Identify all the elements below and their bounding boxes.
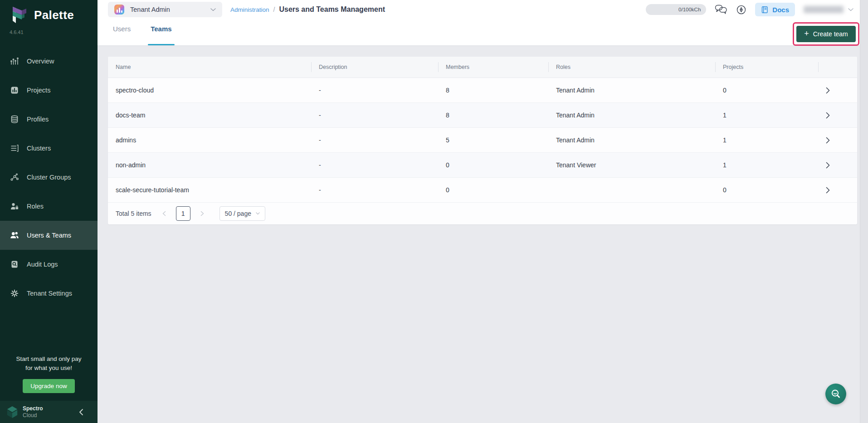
chevron-right-icon[interactable] <box>826 187 830 194</box>
table-row[interactable]: docs-team - 8 Tenant Admin 1 <box>108 103 857 128</box>
team-projects: 1 <box>715 161 818 169</box>
help-compass-button[interactable] <box>736 5 746 15</box>
app-title: Palette <box>34 8 74 22</box>
sidebar-item-label: Clusters <box>27 145 51 152</box>
team-roles: Tenant Admin <box>548 87 715 94</box>
tenant-scope-icon <box>114 5 124 15</box>
tab-users[interactable]: Users <box>112 19 132 45</box>
breadcrumb-link-administration[interactable]: Administration <box>230 6 269 13</box>
chevron-left-icon <box>162 211 166 216</box>
palette-app: Palette 4.6.41 Overview <box>0 0 868 423</box>
sidebar-item-label: Cluster Groups <box>27 174 71 181</box>
sidebar-item-tenant-settings[interactable]: Tenant Settings <box>0 279 98 308</box>
team-projects: 1 <box>715 112 818 119</box>
cluster-groups-icon <box>10 173 19 182</box>
palette-logo-icon <box>9 6 29 24</box>
team-members: 5 <box>438 136 548 144</box>
breadcrumb: Administration / Users and Teams Managem… <box>230 5 385 14</box>
brand-line-2: Cloud <box>23 412 43 419</box>
pagination-next-button[interactable] <box>200 211 204 216</box>
sidebar-item-users-teams[interactable]: Users & Teams <box>0 221 98 250</box>
table-row[interactable]: scale-secure-tutorial-team - 0 0 <box>108 178 857 203</box>
palette-logo: Palette <box>0 0 98 24</box>
top-bar: Tenant Admin Administration / Users and … <box>98 0 860 19</box>
compass-icon <box>736 5 746 15</box>
chevron-right-icon <box>200 211 204 216</box>
tab-teams-label: Teams <box>151 25 171 33</box>
scope-selector[interactable]: Tenant Admin <box>108 2 222 17</box>
table-row[interactable]: non-admin - 0 Tenant Viewer 1 <box>108 153 857 178</box>
docs-button[interactable]: Docs <box>755 3 795 16</box>
user-menu[interactable] <box>804 6 853 13</box>
page-size-select[interactable]: 50 / page <box>219 206 265 221</box>
teams-table: Name Description Members Roles Projects … <box>108 57 857 224</box>
sidebar-item-label: Overview <box>27 58 54 65</box>
table-row[interactable]: spectro-cloud - 8 Tenant Admin 0 <box>108 78 857 103</box>
tabs-bar: Users Teams + Create team <box>98 19 860 45</box>
profiles-icon <box>10 115 19 124</box>
sidebar-item-audit-logs[interactable]: Audit Logs <box>0 250 98 279</box>
magnifier-smile-icon <box>830 389 841 399</box>
table-row[interactable]: admins - 5 Tenant Admin 1 <box>108 128 857 153</box>
team-roles: Tenant Admin <box>548 136 715 144</box>
upgrade-now-button[interactable]: Upgrade now <box>23 379 74 393</box>
plus-icon: + <box>804 29 809 38</box>
upgrade-promo-text: Start small and only pay for what you us… <box>0 355 98 373</box>
team-description: - <box>311 186 438 194</box>
user-name-redacted <box>804 6 844 13</box>
help-widget-button[interactable] <box>825 384 846 404</box>
sidebar-footer: Spectro Cloud <box>0 401 98 423</box>
usage-meter: 0/100kCh <box>646 4 706 15</box>
topbar-right: 0/100kCh <box>646 3 853 16</box>
roles-icon <box>10 202 19 211</box>
chevron-right-icon[interactable] <box>826 112 830 119</box>
create-team-button[interactable]: + Create team <box>796 26 856 42</box>
analytics-icon <box>10 57 19 66</box>
column-header-name: Name <box>108 57 311 78</box>
sidebar-item-projects[interactable]: Projects <box>0 76 98 105</box>
docs-button-label: Docs <box>772 6 789 14</box>
usage-meter-text: 0/100kCh <box>678 7 701 12</box>
tab-teams[interactable]: Teams <box>149 19 173 45</box>
team-description: - <box>311 161 438 169</box>
pagination-page-1[interactable]: 1 <box>176 206 190 221</box>
scrollbar[interactable] <box>860 0 868 423</box>
book-icon <box>761 6 769 14</box>
sidebar-item-label: Roles <box>27 203 44 210</box>
column-header-projects: Projects <box>715 57 818 78</box>
sidebar-item-label: Projects <box>27 87 50 94</box>
sidebar-item-label: Profiles <box>27 116 49 123</box>
team-name: docs-team <box>108 112 311 119</box>
page-title: Users and Teams Management <box>279 5 385 14</box>
chat-button[interactable] <box>715 5 727 15</box>
promo-line-2: for what you use! <box>5 364 92 373</box>
sidebar-item-clusters[interactable]: Clusters <box>0 134 98 163</box>
sidebar-item-cluster-groups[interactable]: Cluster Groups <box>0 163 98 192</box>
sidebar-item-profiles[interactable]: Profiles <box>0 105 98 134</box>
tab-users-label: Users <box>113 25 131 33</box>
brand-line-1: Spectro <box>23 405 43 412</box>
clusters-icon <box>10 144 19 153</box>
sidebar-item-overview[interactable]: Overview <box>0 47 98 76</box>
sidebar-item-label: Users & Teams <box>27 232 71 239</box>
team-name: admins <box>108 136 311 144</box>
chevron-right-icon[interactable] <box>826 162 830 169</box>
promo-line-1: Start small and only pay <box>5 355 92 364</box>
column-header-members: Members <box>438 57 548 78</box>
team-members: 8 <box>438 87 548 94</box>
team-members: 8 <box>438 112 548 119</box>
sidebar-collapse-button[interactable] <box>79 408 83 416</box>
scope-selector-value: Tenant Admin <box>130 6 205 13</box>
sidebar-item-label: Tenant Settings <box>27 290 72 297</box>
pagination-prev-button[interactable] <box>162 211 166 216</box>
team-members: 0 <box>438 186 548 194</box>
spectro-cloud-logo-icon <box>6 405 19 419</box>
breadcrumb-separator: / <box>273 6 275 13</box>
chevron-right-icon[interactable] <box>826 137 830 144</box>
team-description: - <box>311 87 438 94</box>
chevron-down-icon <box>210 8 216 11</box>
chevron-right-icon[interactable] <box>826 87 830 94</box>
column-header-roles: Roles <box>548 57 715 78</box>
sidebar-item-roles[interactable]: Roles <box>0 192 98 221</box>
team-description: - <box>311 136 438 144</box>
